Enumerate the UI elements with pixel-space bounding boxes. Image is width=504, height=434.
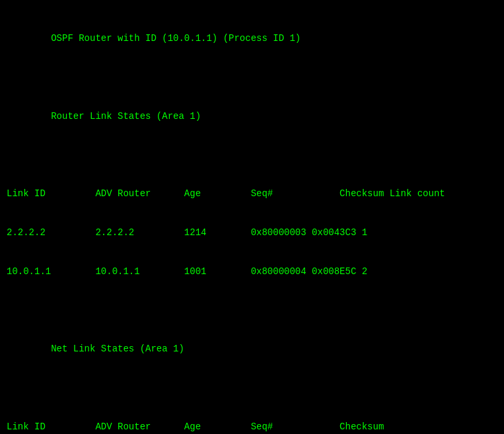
router-link-row-1: 2.2.2.2 2.2.2.2 1214 0x80000003 0x0043C3… bbox=[7, 227, 504, 240]
router-link-cols: Link ID ADV Router Age Seq# Checksum Lin… bbox=[7, 188, 504, 201]
router-link-row-2: 10.0.1.1 10.0.1.1 1001 0x80000004 0x008E… bbox=[7, 266, 504, 279]
blank-2 bbox=[7, 149, 504, 163]
blank-1 bbox=[7, 71, 504, 85]
blank-4 bbox=[7, 382, 504, 395]
net-link-states-header: Net Link States (Area 1) bbox=[7, 343, 504, 356]
blank-3 bbox=[7, 305, 504, 318]
router-link-states-header: Router Link States (Area 1) bbox=[7, 110, 504, 124]
ospf-title-line: OSPF Router with ID (10.0.1.1) (Process … bbox=[7, 32, 504, 46]
terminal-output: OSPF Router with ID (10.0.1.1) (Process … bbox=[7, 7, 504, 434]
net-link-cols: Link ID ADV Router Age Seq# Checksum bbox=[7, 421, 504, 434]
